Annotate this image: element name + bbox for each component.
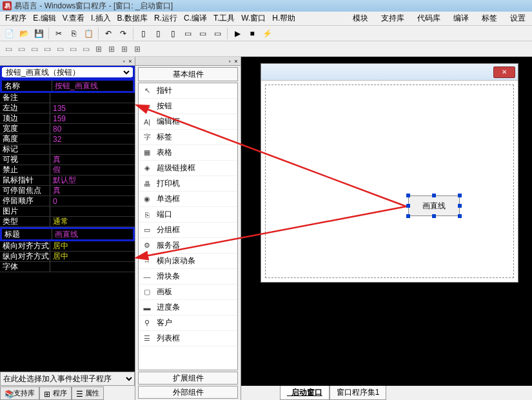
tb2-btn[interactable]: ▭ (80, 43, 92, 55)
tb2-btn[interactable]: ⊞ (119, 43, 130, 55)
left-tab[interactable]: ☰属性 (72, 386, 104, 400)
property-value[interactable]: 真 (50, 155, 135, 165)
menu-item[interactable]: F.程序 (3, 12, 29, 25)
align-center-button[interactable]: ▯ (152, 27, 164, 40)
panel-minimize-icon[interactable]: ▫ (226, 58, 233, 65)
property-row[interactable]: 宽度80 (0, 124, 135, 134)
property-value[interactable]: 通常 (50, 217, 135, 226)
components-section-button[interactable]: 外部组件 (138, 386, 238, 399)
selection-handle[interactable] (458, 214, 462, 218)
menu-item[interactable]: H.帮助 (270, 12, 298, 25)
event-selector[interactable]: 在此处选择加入事件处理子程序 (1, 372, 134, 385)
menu-item[interactable]: C.编译 (181, 12, 210, 25)
design-window[interactable]: ✕ 画直线 (261, 63, 518, 283)
property-value[interactable]: 0 (50, 196, 135, 206)
menu-item[interactable]: I.插入 (88, 12, 113, 25)
selection-handle[interactable] (458, 204, 462, 208)
close-icon[interactable]: ✕ (493, 66, 515, 78)
property-value[interactable] (50, 262, 135, 272)
redo-button[interactable]: ↷ (117, 27, 130, 40)
debug-button[interactable]: ⚡ (261, 27, 273, 40)
property-grid[interactable]: 名称按钮_画直线备注左边135顶边159宽度80高度32标记可视真禁止假鼠标指针… (0, 79, 135, 372)
tb2-btn[interactable]: ▭ (3, 43, 14, 55)
selection-handle[interactable] (458, 194, 462, 197)
tb2-btn[interactable]: ▭ (67, 43, 79, 55)
align-left-button[interactable]: ▯ (137, 27, 150, 40)
property-value[interactable]: 159 (50, 114, 135, 123)
panel-close-icon[interactable]: × (127, 58, 133, 65)
tb2-btn[interactable]: ▭ (54, 43, 66, 55)
property-value[interactable]: 默认型 (50, 175, 135, 185)
property-value[interactable]: 真 (50, 186, 135, 195)
panel-close-icon[interactable]: × (233, 58, 239, 65)
property-row[interactable]: 高度32 (0, 134, 135, 145)
property-value[interactable] (50, 206, 135, 216)
property-value[interactable]: 居中 (50, 241, 135, 251)
property-row[interactable]: 左边135 (0, 103, 135, 114)
component-item[interactable]: —滑块条 (139, 269, 237, 285)
component-item[interactable]: ◉单选框 (139, 192, 237, 207)
menu-item[interactable]: 模块 (350, 12, 371, 25)
save-button[interactable]: 💾 (32, 27, 45, 40)
align-bottom-button[interactable]: ▭ (211, 27, 224, 40)
property-row[interactable]: 横向对齐方式居中 (0, 241, 135, 252)
component-item[interactable]: ▦表格 (139, 145, 237, 161)
left-tab[interactable]: ⊞程序 (39, 386, 72, 400)
property-row[interactable]: 类型通常 (0, 217, 135, 227)
property-row[interactable]: 纵向对齐方式居中 (0, 252, 135, 262)
property-row[interactable]: 图片 (0, 206, 135, 217)
component-item[interactable]: 🖶打印机 (139, 176, 237, 192)
property-row[interactable]: 可视真 (0, 155, 135, 165)
component-item[interactable]: ☰列表框 (139, 331, 237, 346)
menu-item[interactable]: 编译 (451, 12, 471, 25)
menu-item[interactable]: B.数据库 (115, 12, 150, 25)
component-item[interactable]: 字标签 (139, 130, 237, 145)
component-item[interactable]: ▭分组框 (139, 223, 237, 238)
tb2-btn[interactable]: ▭ (28, 43, 40, 55)
property-value[interactable]: 画直线 (52, 229, 133, 239)
menu-item[interactable]: 支持库 (379, 12, 407, 25)
new-button[interactable]: 📄 (3, 27, 15, 40)
component-item[interactable]: ▬进度条 (139, 300, 237, 315)
component-item[interactable]: ⚙服务器 (139, 238, 237, 254)
component-item[interactable]: ↖指针 (139, 83, 237, 99)
cut-button[interactable]: ✂ (52, 27, 65, 40)
bottom-tab[interactable]: 窗口程序集1 (330, 386, 387, 400)
property-value[interactable]: 假 (50, 165, 135, 175)
tb2-btn[interactable]: ⊞ (106, 43, 117, 55)
selection-handle[interactable] (406, 204, 410, 208)
menu-item[interactable]: E.编辑 (30, 12, 58, 25)
component-item[interactable]: ▭按钮 (139, 99, 237, 114)
panel-minimize-icon[interactable]: ▫ (121, 58, 127, 65)
component-item[interactable]: ⎘端口 (139, 207, 237, 223)
selection-handle[interactable] (406, 214, 410, 218)
component-item[interactable]: ↔横向滚动条 (139, 254, 237, 269)
undo-button[interactable]: ↶ (102, 27, 115, 40)
property-row[interactable]: 标题画直线 (0, 227, 135, 241)
component-item[interactable]: ⚲客户 (139, 315, 237, 331)
property-value[interactable]: 32 (50, 134, 135, 144)
design-window-client[interactable]: 画直线 (261, 81, 518, 282)
property-row[interactable]: 可停留焦点真 (0, 186, 135, 196)
tb2-btn[interactable]: ▭ (15, 43, 27, 55)
menu-item[interactable]: V.查看 (60, 12, 87, 25)
components-header[interactable]: 基本组件 (138, 67, 238, 81)
menu-item[interactable]: T.工具 (211, 12, 237, 25)
run-button[interactable]: ▶ (231, 27, 244, 40)
component-item[interactable]: ◈超级链接框 (139, 161, 237, 176)
menu-item[interactable]: 标签 (479, 12, 500, 25)
property-row[interactable]: 顶边159 (0, 114, 135, 124)
selection-handle[interactable] (406, 194, 410, 197)
property-row[interactable]: 禁止假 (0, 165, 135, 175)
property-value[interactable]: 按钮_画直线 (52, 81, 133, 91)
property-row[interactable]: 名称按钮_画直线 (0, 79, 135, 93)
property-row[interactable]: 备注 (0, 93, 135, 103)
copy-button[interactable]: ⎘ (67, 27, 80, 40)
property-value[interactable] (50, 145, 135, 154)
component-item[interactable]: ▢画板 (139, 285, 237, 300)
object-selector[interactable]: 按钮_画直线（按钮） (3, 67, 132, 77)
property-row[interactable]: 鼠标指针默认型 (0, 175, 135, 186)
left-tab[interactable]: 📚支持库 (0, 386, 39, 400)
menu-item[interactable]: W.窗口 (239, 12, 268, 25)
menu-item[interactable]: 代码库 (415, 12, 443, 25)
